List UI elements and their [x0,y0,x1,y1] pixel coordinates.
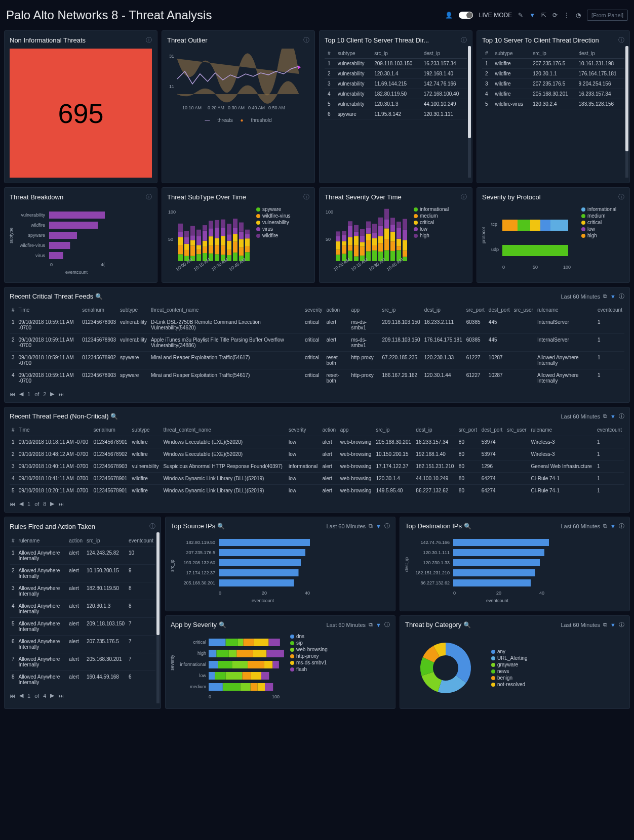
info-icon[interactable]: ⓘ [384,621,390,628]
live-mode-toggle[interactable] [459,12,473,19]
table-row[interactable]: 3Allowed Anywhere Internallyalert182.80.… [10,582,155,600]
table-row[interactable]: 4Allowed Anywhere Internallyalert120.30.… [10,600,155,618]
search-icon[interactable]: 🔍 [464,523,471,530]
table-row[interactable]: 3wildfire207.235.176.59.204.254.156 [482,79,624,89]
info-icon[interactable]: ⓘ [384,522,390,530]
edit-icon[interactable]: ✎ [518,12,523,19]
info-icon[interactable]: ⓘ [619,522,624,530]
legend-item[interactable]: critical [581,220,616,225]
page-prev-icon[interactable]: ◀ [19,500,23,507]
scrollbar[interactable] [156,532,160,703]
table-row[interactable]: 3vulnerability11.69.144.215142.74.76.166 [325,79,467,89]
page-first-icon[interactable]: ⏮ [10,693,15,699]
table-row[interactable]: 409/10/2018 10:59:11 AM -070001234567890… [10,369,624,387]
table-row[interactable]: 209/10/2018 10:59:11 AM -070001234567890… [10,334,624,352]
info-icon[interactable]: ⓘ [303,36,309,45]
info-icon[interactable]: ⓘ [461,36,467,45]
legend-item[interactable]: informational [581,206,616,212]
page-last-icon[interactable]: ⏭ [58,391,64,397]
table-row[interactable]: 509/10/2018 10:20:11 AM -070001234567890… [10,485,624,497]
page-prev-icon[interactable]: ◀ [19,391,23,397]
legend-item[interactable]: URL_Alerting [491,655,527,661]
search-icon[interactable]: 🔍 [110,413,118,420]
page-last-icon[interactable]: ⏭ [58,501,64,507]
copy-icon[interactable]: ⧉ [603,523,607,529]
scrollbar[interactable] [468,46,471,178]
filter-icon[interactable]: ▼ [610,523,616,529]
table-row[interactable]: 109/10/2018 10:18:11 AM -070001234567890… [10,436,624,448]
copy-icon[interactable]: ⧉ [603,621,607,628]
info-icon[interactable]: ⓘ [149,522,155,531]
table-row[interactable]: 1wildfire207.235.176.510.161.231.198 [482,59,624,69]
time-range-button[interactable]: [From Panel] [587,10,628,21]
legend-item[interactable]: wildfire [256,233,291,238]
share-icon[interactable]: ⇱ [541,12,546,19]
table-row[interactable]: 309/10/2018 10:40:11 AM -070001234567890… [10,460,624,473]
refresh-icon[interactable]: ⟳ [552,12,558,19]
table-row[interactable]: 409/10/2018 10:41:11 AM -070001234567890… [10,473,624,485]
user-icon[interactable]: 👤 [445,12,453,19]
legend-item[interactable]: vulnerability [256,220,291,225]
search-icon[interactable]: 🔍 [219,621,226,628]
legend-item[interactable]: news [491,668,527,674]
table-row[interactable]: 4wildfire205.168.30.20116.233.157.34 [482,89,624,99]
table-row[interactable]: 6spyware11.95.8.142120.30.1.111 [325,109,467,119]
legend-item[interactable]: spyware [256,206,291,212]
page-prev-icon[interactable]: ◀ [19,692,23,699]
search-icon[interactable]: 🔍 [217,523,225,530]
filter-icon[interactable]: ▼ [529,12,535,19]
legend-item[interactable]: medium [581,213,616,219]
legend-item[interactable]: web-browsing [290,647,328,652]
table-row[interactable]: 2Allowed Anywhere Internallyalert10.150.… [10,565,155,582]
info-icon[interactable]: ⓘ [146,36,152,45]
legend-item[interactable]: high [414,233,449,238]
table-row[interactable]: 1Allowed Anywhere Internallyalert124.243… [10,547,155,565]
legend-item[interactable]: critical [414,220,449,225]
info-icon[interactable]: ⓘ [619,621,624,628]
info-icon[interactable]: ⓘ [146,193,152,201]
legend-item[interactable]: http-proxy [290,653,328,659]
info-icon[interactable]: ⓘ [303,193,309,201]
table-row[interactable]: 2wildfire120.30.1.1176.164.175.181 [482,69,624,79]
table-row[interactable]: 309/10/2018 10:59:11 AM -070001234567890… [10,352,624,369]
table-row[interactable]: 8Allowed Anywhere Internallyalert160.44.… [10,671,155,689]
table-row[interactable]: 5wildfire-virus120.30.2.4183.35.128.156 [482,99,624,109]
table-row[interactable]: 5vulnerability120.30.1.344.100.10.249 [325,99,467,109]
legend-item[interactable]: informational [414,206,449,212]
legend-item[interactable]: ms-ds-smbv1 [290,660,328,665]
legend-item[interactable]: flash [290,666,328,672]
info-icon[interactable]: ⓘ [461,193,467,201]
page-next-icon[interactable]: ▶ [50,692,54,699]
filter-icon[interactable]: ▼ [610,413,616,419]
copy-icon[interactable]: ⧉ [603,413,607,419]
info-icon[interactable]: ⓘ [618,193,624,201]
info-icon[interactable]: ⓘ [619,412,624,420]
info-icon[interactable]: ⓘ [618,36,624,45]
legend-item[interactable]: low [414,226,449,232]
legend-item[interactable]: medium [414,213,449,219]
filter-icon[interactable]: ▼ [610,293,616,300]
legend-item[interactable]: dns [290,634,328,639]
legend-item[interactable]: wildfire-virus [256,213,291,219]
table-row[interactable]: 109/10/2018 10:59:11 AM -070001234567890… [10,316,624,334]
page-last-icon[interactable]: ⏭ [58,693,64,699]
copy-icon[interactable]: ⧉ [369,621,373,628]
legend-item[interactable]: sip [290,640,328,646]
more-icon[interactable]: ⋮ [564,12,570,19]
page-first-icon[interactable]: ⏮ [10,501,15,507]
legend-item[interactable]: low [581,226,616,232]
table-row[interactable]: 7Allowed Anywhere Internallyalert205.168… [10,653,155,671]
table-row[interactable]: 2vulnerability120.30.1.4192.168.1.40 [325,69,467,79]
scrollbar[interactable] [625,46,628,178]
filter-icon[interactable]: ▼ [610,622,616,628]
search-icon[interactable]: 🔍 [95,293,103,300]
info-icon[interactable]: ⓘ [619,292,624,300]
copy-icon[interactable]: ⧉ [603,293,607,300]
table-row[interactable]: 4vulnerability182.80.119.50172.168.100.4… [325,89,467,99]
legend-item[interactable]: not-resolved [491,682,527,687]
page-next-icon[interactable]: ▶ [50,500,54,507]
table-row[interactable]: 6Allowed Anywhere Internallyalert207.235… [10,636,155,653]
legend-item[interactable]: high [581,233,616,238]
legend-item[interactable]: grayware [491,662,527,667]
search-icon[interactable]: 🔍 [463,621,471,628]
